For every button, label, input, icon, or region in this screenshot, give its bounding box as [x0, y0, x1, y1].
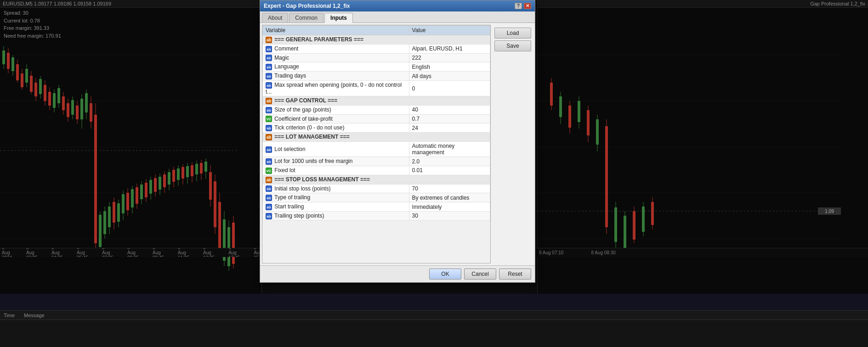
row-icon: ab: [266, 64, 272, 70]
save-button[interactable]: Save: [494, 40, 531, 51]
table-section-row: ab === GENERAL PARAMETERS ===: [263, 35, 490, 45]
modal-content: Variable Value ab === GENERAL PARAMETERS…: [260, 23, 535, 265]
row-icon: VC: [266, 116, 272, 122]
row-icon: ab: [266, 158, 272, 165]
row-icon: ab: [266, 185, 272, 192]
modal-footer: Load Save: [493, 25, 533, 54]
row-icon: ab: [266, 82, 272, 89]
row-icon: ab: [266, 195, 272, 201]
table-row[interactable]: ab Start trailingImmediately: [263, 202, 490, 212]
table-section-row: ab === LOT MANAGEMENT ===: [263, 133, 490, 142]
row-icon: ab: [266, 55, 272, 61]
params-table: Variable Value ab === GENERAL PARAMETERS…: [262, 25, 490, 221]
close-button[interactable]: ✕: [524, 3, 531, 9]
load-button[interactable]: Load: [494, 28, 531, 39]
reset-button[interactable]: Reset: [499, 269, 531, 280]
table-section-row: ab === GAP CONTROL ===: [263, 96, 490, 105]
table-row[interactable]: ab Trailing step (points)30: [263, 212, 490, 221]
col-variable: Variable: [263, 26, 409, 35]
modal-action-row: OK Cancel Reset: [260, 265, 535, 282]
row-icon: ab: [266, 204, 272, 210]
section-icon: ab: [266, 177, 272, 183]
params-table-container: Variable Value ab === GENERAL PARAMETERS…: [262, 25, 491, 263]
titlebar-buttons: ? ✕: [515, 3, 531, 9]
section-icon: ab: [266, 37, 272, 43]
modal-title: Expert - Gap Professional 1,2_fix: [264, 3, 350, 9]
help-button[interactable]: ?: [515, 3, 522, 9]
row-icon: ab: [266, 107, 272, 113]
ok-button[interactable]: OK: [429, 269, 461, 280]
table-row[interactable]: VC Fixed lot0.01: [263, 166, 490, 175]
section-icon: ab: [266, 98, 272, 104]
row-icon: ab: [266, 46, 272, 52]
cancel-button[interactable]: Cancel: [464, 269, 496, 280]
table-row[interactable]: ab Magic222: [263, 53, 490, 62]
table-section-row: ab === STOP LOSS MANAGEMENT ===: [263, 175, 490, 184]
section-icon: ab: [266, 134, 272, 140]
modal-dialog: Expert - Gap Professional 1,2_fix ? ✕ Ab…: [260, 0, 535, 283]
tab-about[interactable]: About: [262, 13, 288, 22]
row-icon: ab: [266, 125, 272, 131]
row-icon: VC: [266, 168, 272, 174]
table-row[interactable]: ab Tick criterion (0 - do not use)24: [263, 123, 490, 133]
table-row[interactable]: ab Lot selectionAutomatic money manageme…: [263, 142, 490, 157]
table-row[interactable]: ab LanguageEnglish: [263, 62, 490, 72]
modal-titlebar: Expert - Gap Professional 1,2_fix ? ✕: [260, 0, 535, 11]
row-icon: ab: [266, 73, 272, 79]
col-value: Value: [409, 26, 490, 35]
table-row[interactable]: ab Initial stop loss (points)70: [263, 184, 490, 193]
table-row[interactable]: VC Coefficient of take-profit0.7: [263, 114, 490, 123]
row-icon: ab: [266, 213, 272, 219]
table-row[interactable]: ab Type of trailingBy extremes of candle…: [263, 193, 490, 202]
modal-tabs: About Common Inputs: [260, 11, 535, 23]
table-row[interactable]: ab Size of the gap (points)40: [263, 105, 490, 114]
row-icon: ab: [266, 146, 272, 153]
table-row[interactable]: ab Lot for 1000 units of free margin2.0: [263, 157, 490, 166]
table-row[interactable]: ab CommentAlpari, EURUSD, H1: [263, 44, 490, 53]
tab-inputs[interactable]: Inputs: [324, 13, 353, 23]
table-row[interactable]: ab Trading daysAll days: [263, 72, 490, 81]
tab-common[interactable]: Common: [289, 13, 323, 22]
table-row[interactable]: ab Max spread when opening (points, 0 - …: [263, 81, 490, 96]
